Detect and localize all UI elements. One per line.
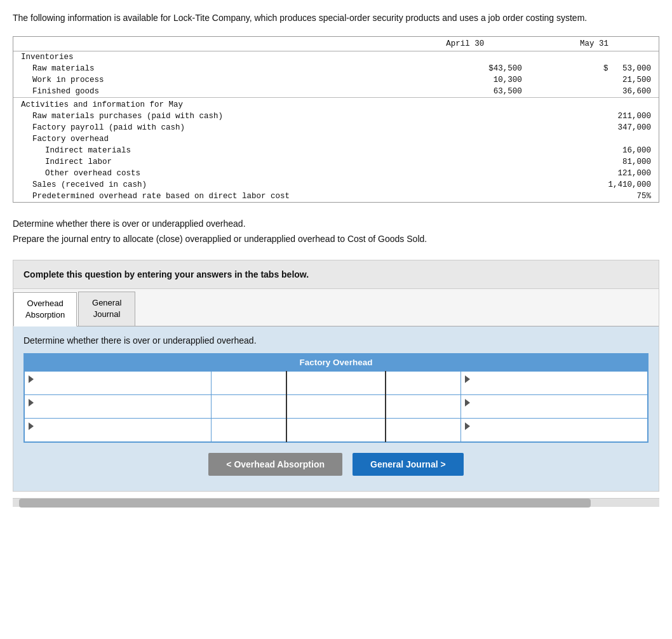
triangle-icon-2 <box>465 375 470 383</box>
tab-overhead-absorption[interactable]: Overhead Absorption <box>13 292 77 326</box>
t-input-left-text-2[interactable] <box>29 407 207 416</box>
table-row: Activities and information for May <box>13 98 659 111</box>
table-row: Indirect labor 81,000 <box>13 156 659 168</box>
table-row: Predetermined overhead rate based on dir… <box>13 191 659 202</box>
tabs-row: Overhead Absorption General Journal <box>13 289 659 326</box>
t-cell-right-text[interactable] <box>460 394 647 418</box>
row-apr <box>401 111 530 122</box>
t-input-right-text-2[interactable] <box>465 407 643 416</box>
next-button[interactable]: General Journal > <box>353 453 464 476</box>
col-header-apr: April 30 <box>401 37 530 51</box>
triangle-icon-1 <box>29 375 34 383</box>
row-may: $ 53,000 <box>530 63 659 74</box>
row-apr <box>401 122 530 133</box>
row-apr <box>401 98 530 111</box>
row-may: 347,000 <box>530 122 659 133</box>
table-row: Sales (received in cash) 1,410,000 <box>13 179 659 191</box>
row-label: Finished goods <box>13 86 401 98</box>
t-cell-right-val[interactable] <box>386 418 460 441</box>
row-label: Indirect labor <box>13 156 401 168</box>
row-apr <box>401 133 530 145</box>
row-apr: $43,500 <box>401 63 530 74</box>
t-cell-right-text[interactable] <box>460 418 647 441</box>
triangle-icon-6 <box>465 422 470 430</box>
scrollbar-area[interactable] <box>13 498 659 507</box>
row-label: Factory overhead <box>13 133 401 145</box>
row-may: 81,000 <box>530 156 659 168</box>
t-input-right-val-2[interactable] <box>390 402 456 411</box>
t-input-left-val-3[interactable] <box>215 426 281 434</box>
row-label: Inventories <box>13 51 401 64</box>
t-divider <box>286 394 386 418</box>
t-account-row <box>25 371 648 394</box>
row-label: Other overhead costs <box>13 168 401 179</box>
row-may: 21,500 <box>530 74 659 86</box>
t-cell-left-val[interactable] <box>212 371 286 394</box>
row-apr <box>401 179 530 191</box>
bottom-buttons: < Overhead Absorption General Journal > <box>24 453 648 482</box>
table-row: Other overhead costs 121,000 <box>13 168 659 179</box>
table-row: Raw materials $43,500 $ 53,000 <box>13 63 659 74</box>
row-may: 75% <box>530 191 659 202</box>
row-apr: 10,300 <box>401 74 530 86</box>
intro-text: The following information is available f… <box>13 11 659 25</box>
t-cell-left-val[interactable] <box>212 418 286 441</box>
tab-journal-label-line1: General <box>90 297 123 309</box>
row-may: 211,000 <box>530 111 659 122</box>
row-may <box>530 51 659 64</box>
data-table-wrapper: April 30 May 31 Inventories Raw material… <box>13 36 659 203</box>
t-divider <box>286 371 386 394</box>
t-input-left-text-1[interactable] <box>29 384 207 393</box>
t-cell-left-text[interactable] <box>25 418 212 441</box>
row-label: Raw materials purchases (paid with cash) <box>13 111 401 122</box>
t-cell-left-text[interactable] <box>25 394 212 418</box>
tab-description: Determine whether there is over or under… <box>24 335 648 346</box>
tab-general-journal[interactable]: General Journal <box>78 292 135 326</box>
triangle-icon-4 <box>465 399 470 407</box>
t-input-right-val-3[interactable] <box>390 426 456 434</box>
t-input-left-val-2[interactable] <box>215 402 281 411</box>
question-line2: Prepare the journal entry to allocate (c… <box>13 232 659 247</box>
row-label: Predetermined overhead rate based on dir… <box>13 191 401 202</box>
t-cell-left-text[interactable] <box>25 371 212 394</box>
row-apr <box>401 145 530 156</box>
t-input-right-text-3[interactable] <box>465 431 643 440</box>
t-account-table <box>24 371 648 442</box>
row-may: 121,000 <box>530 168 659 179</box>
data-table: April 30 May 31 Inventories Raw material… <box>13 37 659 202</box>
complete-box-text: Complete this question by entering your … <box>24 269 309 279</box>
tab-content-area: Determine whether there is over or under… <box>13 326 659 491</box>
t-cell-right-val[interactable] <box>386 394 460 418</box>
question-line1: Determine whether there is over or under… <box>13 217 659 232</box>
t-input-right-val-1[interactable] <box>390 379 456 387</box>
row-apr <box>401 168 530 179</box>
t-account-row <box>25 394 648 418</box>
t-input-left-text-3[interactable] <box>29 431 207 440</box>
row-may <box>530 98 659 111</box>
factory-overhead-section: Factory Overhead <box>24 353 648 443</box>
row-apr <box>401 191 530 202</box>
row-label: Work in process <box>13 74 401 86</box>
tab-overhead-label-line2: Absorption <box>25 309 65 321</box>
scrollbar-thumb[interactable] <box>19 499 591 508</box>
triangle-icon-5 <box>29 422 34 430</box>
table-row: Raw materials purchases (paid with cash)… <box>13 111 659 122</box>
complete-box: Complete this question by entering your … <box>13 260 659 289</box>
t-cell-right-val[interactable] <box>386 371 460 394</box>
t-cell-right-text[interactable] <box>460 371 647 394</box>
t-input-right-text-1[interactable] <box>465 384 643 393</box>
t-cell-left-val[interactable] <box>212 394 286 418</box>
triangle-icon-3 <box>29 399 34 407</box>
page-container: The following information is available f… <box>0 0 672 639</box>
prev-button[interactable]: < Overhead Absorption <box>208 453 342 476</box>
table-row: Factory payroll (paid with cash) 347,000 <box>13 122 659 133</box>
t-input-left-val-1[interactable] <box>215 379 281 387</box>
factory-overhead-header: Factory Overhead <box>24 354 648 371</box>
tabs-area: Overhead Absorption General Journal Dete… <box>13 289 659 492</box>
row-may: 36,600 <box>530 86 659 98</box>
table-row: Factory overhead <box>13 133 659 145</box>
tab-overhead-label-line1: Overhead <box>25 298 65 309</box>
row-may <box>530 133 659 145</box>
row-label: Activities and information for May <box>13 98 401 111</box>
row-may: 16,000 <box>530 145 659 156</box>
